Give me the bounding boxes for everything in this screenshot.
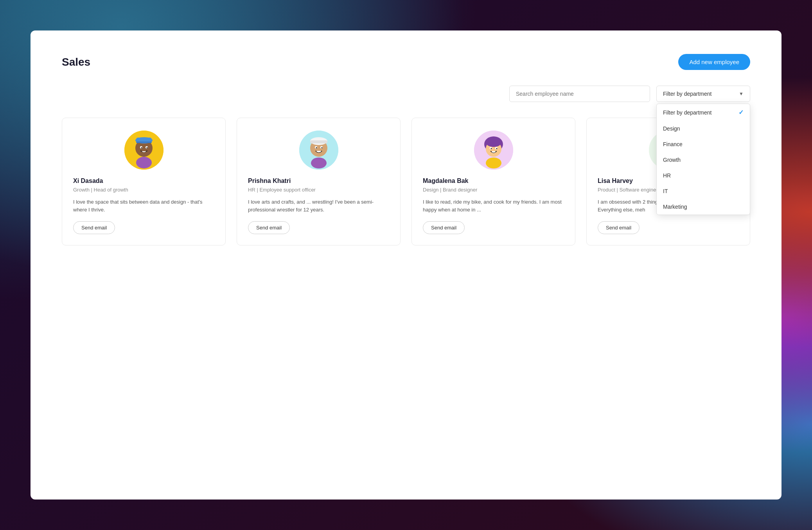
employee-bio: I love arts and crafts, and ... wrestlin… xyxy=(248,198,389,213)
filter-option-finance-label: Finance xyxy=(663,141,683,147)
svg-point-27 xyxy=(486,158,501,168)
employee-role: Product | Software engineer xyxy=(598,187,661,193)
send-email-button[interactable]: Send email xyxy=(248,221,290,234)
filter-dropdown-button[interactable]: Filter by department ▼ xyxy=(656,86,750,102)
svg-point-26 xyxy=(496,148,497,149)
employee-bio: I like to read, ride my bike, and cook f… xyxy=(423,198,564,213)
filter-option-finance[interactable]: Finance xyxy=(657,136,750,152)
employee-card-prishna-khatri: Prishna Khatri HR | Employee support off… xyxy=(237,118,401,245)
employee-role: HR | Employee support officer xyxy=(248,187,316,193)
svg-point-17 xyxy=(321,147,322,149)
send-email-button[interactable]: Send email xyxy=(598,221,640,234)
filter-dropdown-menu: Filter by department ✓ Design Finance Gr… xyxy=(656,104,750,215)
filter-option-it[interactable]: IT xyxy=(657,183,750,199)
avatar-container xyxy=(423,131,564,170)
svg-point-18 xyxy=(311,158,327,168)
avatar-container xyxy=(73,131,214,170)
employees-grid: Xi Dasada Growth | Head of growth I love… xyxy=(62,118,750,245)
filter-option-marketing-label: Marketing xyxy=(663,204,687,210)
svg-point-7 xyxy=(141,147,142,149)
check-icon: ✓ xyxy=(738,109,744,116)
svg-point-9 xyxy=(136,157,152,168)
svg-point-22 xyxy=(486,138,501,147)
filter-option-design-label: Design xyxy=(663,125,680,132)
send-email-button[interactable]: Send email xyxy=(423,221,465,234)
chevron-down-icon: ▼ xyxy=(739,91,744,97)
filter-option-all[interactable]: Filter by department ✓ xyxy=(657,104,750,121)
filter-option-hr-label: HR xyxy=(663,172,671,179)
filter-option-design[interactable]: Design xyxy=(657,121,750,136)
employee-name: Xi Dasada xyxy=(73,177,103,184)
avatar xyxy=(474,131,513,170)
employee-role: Growth | Head of growth xyxy=(73,187,128,193)
filter-dropdown-wrapper: Filter by department ▼ Filter by departm… xyxy=(656,86,750,102)
main-panel: Sales Add new employee Filter by departm… xyxy=(31,30,781,500)
svg-point-8 xyxy=(146,147,147,149)
controls-row: Filter by department ▼ Filter by departm… xyxy=(62,86,750,102)
employee-role: Design | Brand designer xyxy=(423,187,477,193)
page-title: Sales xyxy=(62,56,90,68)
employee-name: Prishna Khatri xyxy=(248,177,291,184)
filter-option-marketing[interactable]: Marketing xyxy=(657,199,750,215)
employee-name: Magdalena Bak xyxy=(423,177,468,184)
filter-option-it-label: IT xyxy=(663,188,668,194)
avatar xyxy=(124,131,163,170)
add-employee-button[interactable]: Add new employee xyxy=(678,54,750,70)
avatar-container xyxy=(248,131,389,170)
search-input[interactable] xyxy=(509,86,650,102)
filter-option-all-label: Filter by department xyxy=(663,109,712,116)
send-email-button[interactable]: Send email xyxy=(73,221,115,234)
svg-point-25 xyxy=(490,148,492,149)
filter-option-hr[interactable]: HR xyxy=(657,168,750,183)
employee-bio: I love the space that sits between data … xyxy=(73,198,214,213)
employee-name: Lisa Harvey xyxy=(598,177,633,184)
svg-rect-13 xyxy=(310,140,327,143)
svg-point-16 xyxy=(316,147,317,149)
page-header: Sales Add new employee xyxy=(62,54,750,70)
filter-option-growth[interactable]: Growth xyxy=(657,152,750,168)
filter-option-growth-label: Growth xyxy=(663,157,681,163)
filter-label: Filter by department xyxy=(663,91,712,97)
avatar xyxy=(299,131,338,170)
svg-rect-4 xyxy=(136,141,152,143)
employee-card-xi-dasada: Xi Dasada Growth | Head of growth I love… xyxy=(62,118,226,245)
employee-card-magdalena-bak: Magdalena Bak Design | Brand designer I … xyxy=(411,118,575,245)
